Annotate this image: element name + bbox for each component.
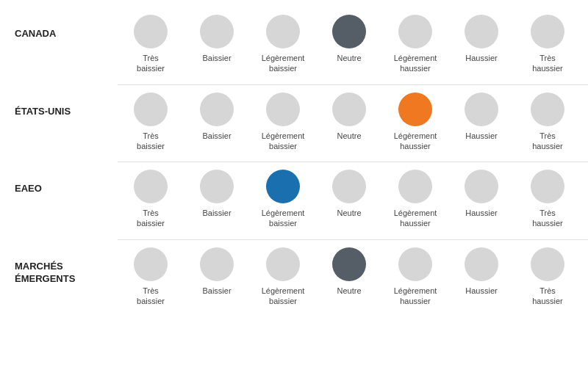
circle xyxy=(200,92,234,126)
circle-label: Haussier xyxy=(465,53,497,63)
circle-item: Légèrementhaussier xyxy=(382,170,448,229)
circle xyxy=(531,170,564,203)
circle-item: Haussier xyxy=(448,170,514,229)
circle-label: Trèsbaissier xyxy=(137,286,165,307)
circle-label: Trèshaussier xyxy=(532,131,563,152)
sentiment-row: EAEOTrèsbaissierBaissierLégèrementbaissi… xyxy=(15,170,588,229)
circles-group: TrèsbaissierBaissierLégèrementbaissierNe… xyxy=(118,170,581,229)
row-label: EAEO xyxy=(15,170,118,195)
circle-item: Haussier xyxy=(448,247,514,307)
circle-label: Légèrementbaissier xyxy=(262,286,305,307)
circle-label: Légèrementhaussier xyxy=(394,208,437,229)
row-divider xyxy=(118,84,588,85)
circle-item: Légèrementbaissier xyxy=(250,92,316,152)
circle-label: Trèshaussier xyxy=(532,208,563,229)
circle-item: Légèrementbaissier xyxy=(250,170,316,229)
circle-label: Légèrementhaussier xyxy=(394,286,437,307)
circle-item: Neutre xyxy=(316,15,382,74)
circle xyxy=(200,170,234,203)
circle xyxy=(332,15,366,48)
circle-label: Légèrementbaissier xyxy=(262,208,305,229)
circle-item: Neutre xyxy=(316,170,382,229)
circle-item: Neutre xyxy=(316,247,382,307)
circle xyxy=(134,247,168,281)
circle xyxy=(266,247,300,281)
circle-label: Trèsbaissier xyxy=(137,53,165,74)
circle xyxy=(398,92,432,126)
row-label: CANADA xyxy=(15,15,118,40)
circle xyxy=(332,92,366,126)
row-label: ÉTATS-UNIS xyxy=(15,92,118,118)
circle-label: Baissier xyxy=(202,208,231,218)
circles-group: TrèsbaissierBaissierLégèrementbaissierNe… xyxy=(118,92,581,152)
sentiment-row: CANADATrèsbaissierBaissierLégèrementbais… xyxy=(15,15,588,74)
circle-item: Légèrementhaussier xyxy=(382,92,448,152)
circle xyxy=(398,15,432,48)
circle-label: Neutre xyxy=(337,286,361,296)
circle xyxy=(531,92,564,126)
circle xyxy=(398,170,432,203)
circle-item: Baissier xyxy=(184,92,250,152)
circles-group: TrèsbaissierBaissierLégèrementbaissierNe… xyxy=(118,15,581,74)
circle xyxy=(134,15,168,48)
circle-item: Légèrementbaissier xyxy=(250,247,316,307)
circle-item: Trèshaussier xyxy=(514,92,581,152)
circle-item: Baissier xyxy=(184,247,250,307)
circle xyxy=(531,15,564,48)
circle-item: Trèshaussier xyxy=(514,247,581,307)
circle-label: Baissier xyxy=(202,53,231,63)
circle xyxy=(531,247,564,281)
circle-item: Haussier xyxy=(448,15,514,74)
circle xyxy=(465,247,498,281)
circles-group: TrèsbaissierBaissierLégèrementbaissierNe… xyxy=(118,247,581,307)
circle-item: Trèsbaissier xyxy=(118,15,184,74)
circle xyxy=(200,247,234,281)
circle xyxy=(200,15,234,48)
circle-item: Baissier xyxy=(184,170,250,229)
circle-label: Neutre xyxy=(337,208,361,218)
circle xyxy=(332,247,366,281)
circle-label: Trèsbaissier xyxy=(137,208,165,229)
circle-label: Neutre xyxy=(337,53,361,63)
circle-item: Trèsbaissier xyxy=(118,170,184,229)
row-divider xyxy=(118,162,588,162)
circle-item: Trèshaussier xyxy=(514,170,581,229)
sentiment-row: MARCHÉSÉMERGENTSTrèsbaissierBaissierLégè… xyxy=(15,247,588,307)
circle-item: Trèsbaissier xyxy=(118,247,184,307)
row-label: MARCHÉSÉMERGENTS xyxy=(15,247,118,286)
circle xyxy=(266,92,300,126)
circle-item: Légèrementhaussier xyxy=(382,247,448,307)
sentiment-grid: CANADATrèsbaissierBaissierLégèrementbais… xyxy=(0,7,588,321)
circle-label: Légèrementhaussier xyxy=(394,131,437,152)
circle-item: Neutre xyxy=(316,92,382,152)
circle xyxy=(134,170,168,203)
circle-label: Haussier xyxy=(465,208,497,218)
circle xyxy=(266,170,300,203)
circle xyxy=(465,15,498,48)
circle-label: Légèrementbaissier xyxy=(262,53,305,74)
circle-label: Trèshaussier xyxy=(532,286,563,307)
circle xyxy=(465,170,498,203)
circle-item: Trèsbaissier xyxy=(118,92,184,152)
circle-label: Baissier xyxy=(202,131,231,141)
circle-label: Baissier xyxy=(202,286,231,296)
circle-label: Trèshaussier xyxy=(532,53,563,74)
row-divider xyxy=(118,239,588,240)
circle-item: Haussier xyxy=(448,92,514,152)
circle xyxy=(465,92,498,126)
circle xyxy=(134,92,168,126)
sentiment-row: ÉTATS-UNISTrèsbaissierBaissierLégèrement… xyxy=(15,92,588,152)
circle-item: Légèrementhaussier xyxy=(382,15,448,74)
circle-label: Légèrementbaissier xyxy=(262,131,305,152)
circle-label: Haussier xyxy=(465,131,497,141)
circle xyxy=(266,15,300,48)
circle-label: Neutre xyxy=(337,131,361,141)
circle-label: Trèsbaissier xyxy=(137,131,165,152)
circle-label: Légèrementhaussier xyxy=(394,53,437,74)
circle xyxy=(332,170,366,203)
circle-item: Trèshaussier xyxy=(514,15,581,74)
circle-item: Baissier xyxy=(184,15,250,74)
circle-label: Haussier xyxy=(465,286,497,296)
circle-item: Légèrementbaissier xyxy=(250,15,316,74)
circle xyxy=(398,247,432,281)
